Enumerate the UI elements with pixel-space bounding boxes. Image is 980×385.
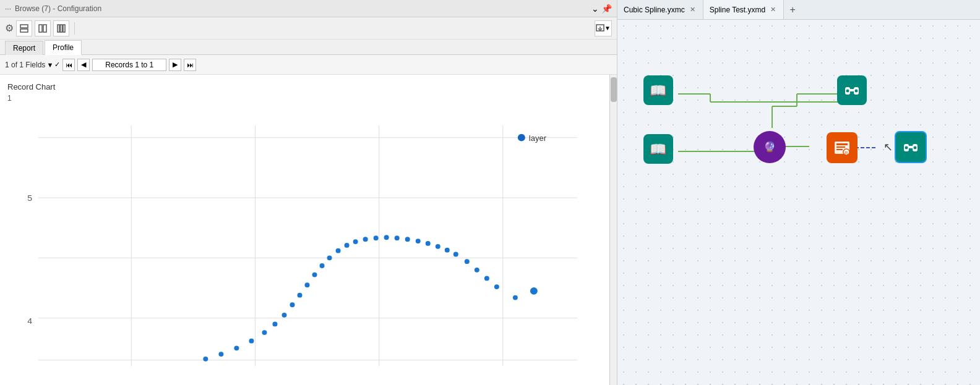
tab-report[interactable]: Report	[5, 41, 43, 55]
svg-text:5: 5	[27, 193, 32, 203]
svg-point-44	[426, 241, 431, 246]
add-tab-btn[interactable]: +	[784, 0, 801, 19]
svg-point-43	[416, 239, 421, 243]
file-tab-cubic-spline[interactable]: Cubic Spline.yxmc ✕	[617, 0, 703, 19]
svg-point-27	[272, 322, 277, 327]
svg-point-46	[445, 248, 450, 253]
node-book-1-icon: 📖	[643, 75, 673, 105]
svg-point-72	[854, 89, 858, 93]
svg-point-52	[513, 295, 518, 300]
svg-point-48	[465, 259, 470, 264]
chart-svg: 5 4 layer	[7, 108, 602, 378]
node-render[interactable]: R	[827, 132, 858, 163]
cubic-spline-close[interactable]: ✕	[689, 5, 697, 14]
cursor: ↖	[883, 140, 893, 154]
records-display: Records 1 to 1	[92, 59, 166, 71]
view-btn-1[interactable]	[16, 20, 32, 36]
node-render-icon: R	[827, 132, 858, 163]
nav-first-btn[interactable]: ⏮	[62, 59, 75, 71]
svg-text:4: 4	[27, 316, 32, 326]
top-bar-right: ⌄ 📌	[591, 4, 612, 14]
svg-point-32	[312, 273, 317, 277]
toolbar: ⚙ ▼	[0, 17, 617, 40]
file-tab-spline-test[interactable]: Spline Test.yxmd ✕	[703, 0, 784, 19]
node-browse-2-icon	[895, 131, 927, 163]
svg-point-84	[905, 146, 908, 150]
svg-text:🔮: 🔮	[763, 141, 776, 153]
view-btn-2[interactable]	[35, 20, 51, 36]
svg-point-85	[913, 146, 917, 150]
svg-point-26	[262, 330, 267, 335]
svg-point-41	[395, 235, 400, 240]
svg-point-49	[475, 268, 479, 273]
svg-point-31	[305, 282, 310, 287]
svg-rect-5	[61, 25, 62, 32]
svg-point-33	[320, 263, 325, 268]
svg-rect-77	[836, 146, 845, 148]
node-join[interactable]: 🔮	[754, 131, 786, 163]
svg-point-38	[363, 237, 368, 242]
view-btn-3[interactable]	[53, 20, 69, 36]
file-tabs-header: Cubic Spline.yxmc ✕ Spline Test.yxmd ✕ +	[617, 0, 980, 20]
svg-point-28	[282, 313, 286, 318]
right-panel: Cubic Spline.yxmc ✕ Spline Test.yxmd ✕ +	[617, 0, 980, 385]
svg-rect-0	[20, 25, 28, 28]
node-book-2-icon: 📖	[643, 134, 673, 164]
node-book-1[interactable]: 📖	[643, 75, 673, 105]
svg-rect-6	[63, 25, 65, 32]
fields-check-btn[interactable]: ✓	[54, 61, 60, 69]
cubic-spline-label: Cubic Spline.yxmc	[624, 6, 685, 14]
settings-icon[interactable]: ⚙	[5, 22, 14, 34]
svg-point-20	[518, 134, 525, 142]
spline-test-label: Spline Test.yxmd	[710, 6, 766, 14]
content-area: Record Chart 1 5 4	[0, 75, 617, 385]
toolbar-divider	[74, 22, 75, 35]
chart-svg-wrapper: 5 4 layer	[7, 108, 602, 378]
chart-area: Record Chart 1 5 4	[0, 75, 609, 385]
svg-point-37	[353, 239, 358, 244]
svg-point-23	[218, 352, 223, 357]
nav-bar: 1 of 1 Fields ▼ ✓ ⏮ ◀ Records 1 to 1 ▶ ⏭	[0, 55, 617, 75]
node-book-2[interactable]: 📖	[643, 134, 673, 164]
export-btn[interactable]: ▼	[595, 20, 612, 36]
svg-rect-4	[58, 25, 59, 32]
svg-point-35	[336, 248, 341, 253]
svg-point-53	[530, 287, 538, 295]
svg-point-50	[484, 276, 489, 281]
svg-point-42	[405, 237, 410, 242]
svg-text:R: R	[845, 150, 848, 156]
svg-text:📖: 📖	[650, 82, 667, 99]
workflow-canvas[interactable]: 📖 📖	[617, 20, 980, 385]
nav-prev-btn[interactable]: ◀	[77, 59, 90, 71]
node-join-icon: 🔮	[754, 131, 786, 163]
svg-point-24	[234, 345, 239, 350]
fields-selector: 1 of 1 Fields ▼ ✓	[5, 61, 60, 69]
pin-icon[interactable]: 📌	[601, 4, 612, 14]
svg-rect-76	[836, 143, 848, 145]
menu-dots[interactable]: ···	[5, 4, 11, 13]
top-bar-left: ··· Browse (7) - Configuration	[5, 4, 101, 13]
nav-next-btn[interactable]: ▶	[169, 59, 181, 71]
svg-point-39	[374, 235, 379, 240]
svg-rect-78	[836, 149, 843, 150]
svg-point-71	[846, 89, 849, 93]
svg-point-51	[494, 284, 499, 289]
svg-point-25	[249, 339, 254, 344]
svg-rect-83	[908, 146, 914, 148]
tab-profile[interactable]: Profile	[45, 40, 82, 55]
top-bar: ··· Browse (7) - Configuration ⌄ 📌	[0, 0, 617, 17]
vertical-scrollbar[interactable]	[609, 75, 617, 385]
spline-test-close[interactable]: ✕	[769, 5, 777, 14]
browse-title: Browse (7) - Configuration	[15, 4, 101, 13]
fields-text: 1 of 1 Fields	[5, 61, 45, 69]
svg-point-29	[290, 302, 294, 307]
node-browse-1[interactable]	[837, 75, 867, 105]
svg-point-22	[203, 357, 208, 362]
dropdown-icon[interactable]: ⌄	[591, 4, 599, 14]
nav-last-btn[interactable]: ⏭	[184, 59, 196, 71]
chart-number: 1	[7, 94, 602, 103]
fields-dropdown-btn[interactable]: ▼	[46, 61, 53, 69]
left-panel: ··· Browse (7) - Configuration ⌄ 📌 ⚙ ▼ R…	[0, 0, 617, 385]
node-browse-2[interactable]	[895, 131, 927, 163]
svg-rect-1	[20, 29, 28, 32]
